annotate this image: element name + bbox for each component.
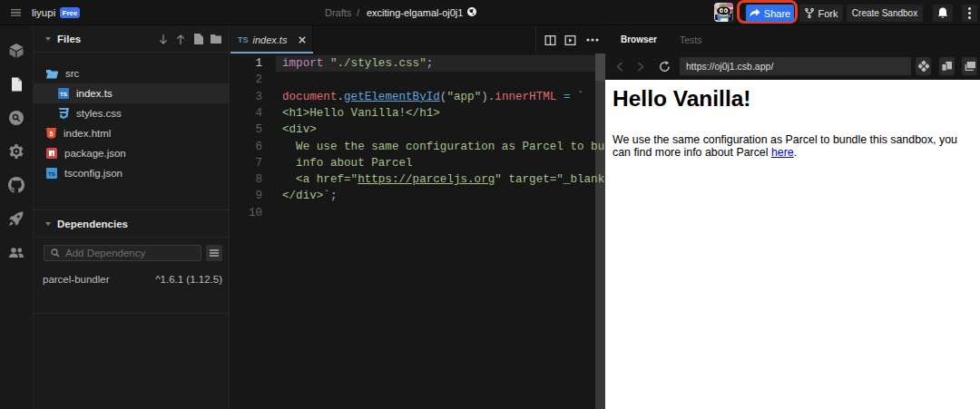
svg-text:TS: TS bbox=[60, 91, 67, 97]
svg-text:5: 5 bbox=[50, 131, 54, 137]
svg-text:TS: TS bbox=[48, 170, 55, 177]
